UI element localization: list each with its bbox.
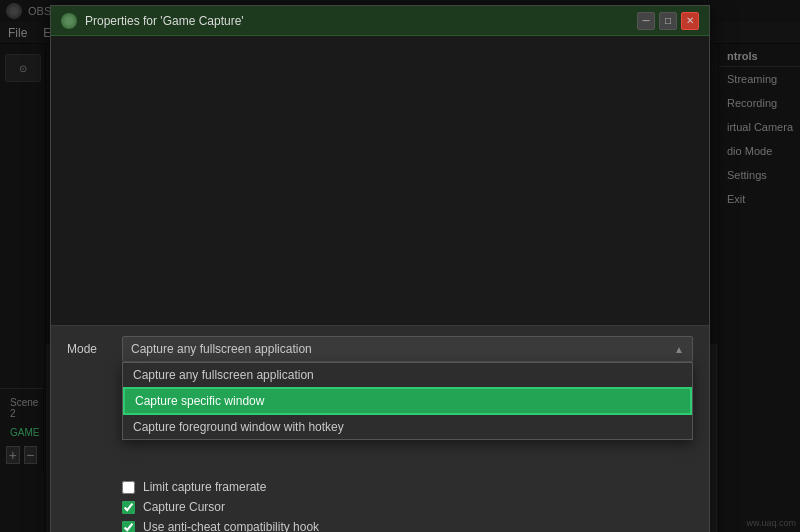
dropdown-option-specific-window[interactable]: Capture specific window — [123, 387, 692, 415]
dialog-preview-area — [51, 36, 709, 326]
mode-select[interactable]: Capture any fullscreen application ▲ — [122, 336, 693, 362]
dialog-maximize-button[interactable]: □ — [659, 12, 677, 30]
dialog-title: Properties for 'Game Capture' — [85, 14, 629, 28]
dialog-form: Mode Capture any fullscreen application … — [51, 326, 709, 380]
limit-framerate-checkbox[interactable] — [122, 481, 135, 494]
mode-value: Capture any fullscreen application — [131, 342, 312, 356]
mode-dropdown-wrapper: Capture any fullscreen application ▲ Cap… — [122, 336, 693, 362]
limit-framerate-label: Limit capture framerate — [143, 480, 266, 494]
dialog-logo-icon — [61, 13, 77, 29]
mode-dropdown-popup: Capture any fullscreen application Captu… — [122, 362, 693, 440]
mode-row: Mode Capture any fullscreen application … — [67, 336, 693, 362]
dropdown-option-fullscreen[interactable]: Capture any fullscreen application — [123, 363, 692, 387]
watermark: ww.uaq.com — [746, 518, 796, 528]
checkbox-capture-cursor-row: Capture Cursor — [67, 500, 693, 514]
checkbox-limit-framerate-row: Limit capture framerate — [67, 480, 693, 494]
dialog-minimize-button[interactable]: ─ — [637, 12, 655, 30]
capture-cursor-label: Capture Cursor — [143, 500, 225, 514]
anti-cheat-checkbox[interactable] — [122, 521, 135, 533]
dropdown-option-foreground[interactable]: Capture foreground window with hotkey — [123, 415, 692, 439]
mode-label: Mode — [67, 342, 122, 356]
dropdown-chevron-icon: ▲ — [674, 344, 684, 355]
capture-cursor-checkbox[interactable] — [122, 501, 135, 514]
dialog-titlebar: Properties for 'Game Capture' ─ □ ✕ — [51, 6, 709, 36]
checkbox-anti-cheat-row: Use anti-cheat compatibility hook — [67, 520, 693, 532]
dialog-window-controls: ─ □ ✕ — [637, 12, 699, 30]
anti-cheat-label: Use anti-cheat compatibility hook — [143, 520, 319, 532]
properties-dialog: Properties for 'Game Capture' ─ □ ✕ Mode… — [50, 5, 710, 532]
dialog-close-button[interactable]: ✕ — [681, 12, 699, 30]
